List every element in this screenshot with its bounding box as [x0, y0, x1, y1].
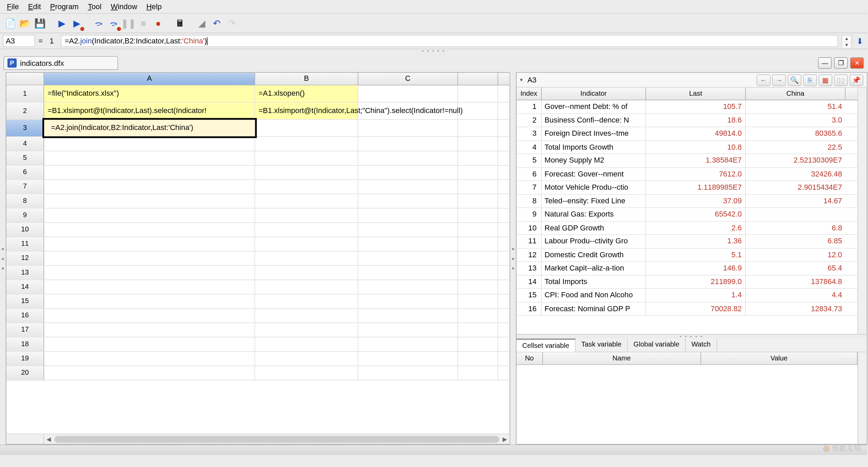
view-detail-button[interactable]: 🔍 [788, 74, 801, 86]
cell[interactable] [458, 208, 498, 222]
row-header[interactable]: 1 [6, 86, 44, 102]
horizontal-scrollbar[interactable]: ◀▶ [6, 434, 510, 444]
result-row[interactable]: 11 Labour Produ--ctivity Gro 1.36 6.85 [517, 235, 857, 248]
result-header-china[interactable]: China [746, 88, 846, 99]
cell[interactable] [358, 180, 458, 194]
cell[interactable] [255, 309, 358, 323]
menu-program[interactable]: Program [47, 1, 82, 12]
cell[interactable] [255, 295, 358, 309]
cell-A1[interactable]: =file("Indicators.xlsx") [44, 86, 255, 102]
row-header[interactable]: 7 [6, 180, 44, 194]
new-file-icon[interactable]: 📄 [3, 16, 17, 30]
result-row[interactable]: 4 Total Imports Growth 10.8 22.5 [517, 141, 857, 154]
cell[interactable] [358, 151, 458, 165]
stop-icon[interactable]: ■ [137, 16, 150, 30]
cell-reference-input[interactable] [3, 35, 35, 47]
cell[interactable] [44, 323, 255, 337]
cell[interactable] [44, 223, 255, 237]
cell[interactable] [44, 266, 255, 280]
var-header-name[interactable]: Name [543, 352, 701, 364]
variable-scrollbar[interactable] [857, 352, 867, 444]
cell[interactable] [255, 352, 358, 366]
cell-A3[interactable]: =A2.join(Indicator,B2:Indicator,Last:'Ch… [44, 120, 255, 136]
vertical-splitter[interactable]: ••• [510, 72, 516, 445]
cell[interactable] [358, 337, 458, 351]
cell[interactable] [44, 352, 255, 366]
result-row[interactable]: 6 Forecast: Gover--nment 7612.0 32426.48 [517, 168, 857, 181]
cell[interactable] [458, 352, 498, 366]
cell[interactable] [358, 251, 458, 265]
cell[interactable] [255, 208, 358, 222]
cell-A2[interactable]: =B1.xlsimport@t(Indicator,Last).select(I… [44, 102, 255, 119]
formula-input[interactable]: =A2.join(Indicator,B2:Indicator,Last:'Ch… [61, 35, 838, 47]
grid-view-button[interactable]: ▦ [818, 74, 832, 86]
cell-C1[interactable] [358, 86, 458, 102]
result-row[interactable]: 14 Total Imports 211899.0 137864.8 [517, 275, 857, 289]
result-header-indicator[interactable]: Indicator [542, 88, 646, 99]
cell[interactable] [458, 295, 498, 309]
result-row[interactable]: 12 Domestic Credit Growth 5.1 12.0 [517, 248, 857, 262]
cell[interactable] [358, 223, 458, 237]
cell[interactable] [358, 295, 458, 309]
cell[interactable] [44, 166, 255, 180]
row-header[interactable]: 8 [6, 194, 44, 208]
result-row[interactable]: 10 Real GDP Growth 2.6 6.8 [517, 221, 857, 235]
horizontal-splitter[interactable]: • • • • • [0, 49, 867, 54]
cell[interactable] [358, 137, 458, 151]
cell[interactable] [458, 280, 498, 294]
cell[interactable] [458, 337, 498, 351]
maximize-button[interactable]: ❐ [834, 57, 848, 69]
cell[interactable] [358, 194, 458, 208]
cell[interactable] [44, 237, 255, 251]
tab-global-variable[interactable]: Global variable [628, 339, 686, 352]
row-header[interactable]: 6 [6, 166, 44, 180]
tab-cellset-variable[interactable]: Cellset variable [517, 339, 576, 352]
cell[interactable] [44, 208, 255, 222]
row-header[interactable]: 15 [6, 295, 44, 309]
cell-B3[interactable] [255, 120, 358, 136]
row-header[interactable]: 19 [6, 352, 44, 366]
row-header[interactable]: 11 [6, 237, 44, 251]
eraser-icon[interactable]: ◢ [195, 16, 209, 30]
result-header-last[interactable]: Last [646, 88, 746, 99]
cell[interactable] [44, 180, 255, 194]
chart-button[interactable]: ▯▯ [834, 74, 848, 86]
cell[interactable] [44, 251, 255, 265]
tab-watch[interactable]: Watch [686, 339, 717, 352]
breakpoint-icon[interactable]: ● [151, 16, 165, 30]
cell[interactable] [44, 151, 255, 165]
undo-icon[interactable]: ↶ [210, 16, 224, 30]
formula-expand-icon[interactable]: ⬇ [855, 36, 864, 45]
result-row[interactable]: 15 CPI: Food and Non Alcoho 1.4 4.4 [517, 289, 857, 302]
cell[interactable] [255, 366, 358, 380]
cell[interactable] [458, 366, 498, 380]
cell[interactable] [458, 251, 498, 265]
cell[interactable] [458, 223, 498, 237]
col-header-A[interactable]: A [44, 73, 255, 85]
row-header[interactable]: 20 [6, 366, 44, 380]
row-header[interactable]: 2 [6, 102, 44, 119]
result-vertical-scrollbar[interactable] [857, 88, 867, 334]
col-header-blank[interactable] [458, 73, 498, 85]
cell-B2[interactable]: =B1.xlsimport@t(Indicator,Last;"China").… [255, 102, 358, 119]
result-row[interactable]: 9 Natural Gas: Exports 65542.0 [517, 208, 857, 222]
cell[interactable] [44, 337, 255, 351]
menu-window[interactable]: Window [107, 1, 141, 12]
step-over-icon[interactable]: ⤼ [92, 16, 106, 30]
result-row[interactable]: 8 Teled--ensity: Fixed Line 37.09 14.67 [517, 194, 857, 208]
result-row[interactable]: 5 Money Supply M2 1.38584E7 2.52130309E7 [517, 154, 857, 168]
result-header-index[interactable]: Index [517, 88, 542, 99]
var-header-value[interactable]: Value [701, 352, 857, 364]
run-icon[interactable]: ▶ [55, 16, 69, 30]
row-header[interactable]: 5 [6, 151, 44, 165]
cell[interactable] [44, 280, 255, 294]
cell[interactable] [358, 266, 458, 280]
cell[interactable] [458, 180, 498, 194]
cell[interactable] [255, 137, 358, 151]
cell[interactable] [255, 223, 358, 237]
cell[interactable] [458, 194, 498, 208]
results-splitter[interactable]: • • • • • [517, 334, 867, 339]
tab-task-variable[interactable]: Task variable [576, 339, 628, 352]
cell[interactable] [255, 180, 358, 194]
cell[interactable] [358, 366, 458, 380]
